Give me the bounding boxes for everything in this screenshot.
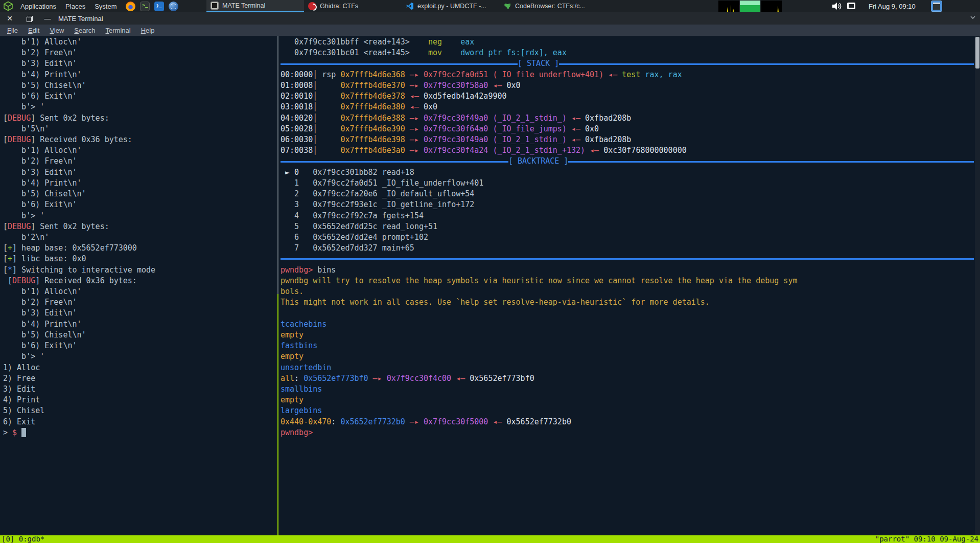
terminal-line: b'> ' [3,102,276,112]
terminal-line: all: 0x5652ef773bf0 —▸ 0x7f9cc30f4c00 ◂—… [281,373,974,384]
terminal-line: b'4) Print\n' [3,319,276,330]
restore-icon[interactable] [24,12,35,25]
terminal-line: 0x440-0x470: 0x5652ef7732b0 —▸ 0x7f9cc30… [281,417,974,427]
terminal-line: pwndbg> [281,427,974,438]
terminal-line: This might not work in all cases. Use `h… [281,297,974,308]
terminal-line: b'1) Alloc\n' [3,286,276,297]
terminal-line: [*] Switching to interactive mode [3,265,276,276]
terminal-line: 05:0028│ 0x7fffb4d6e390 —▸ 0x7f9cc30f64a… [281,124,974,134]
taskbar-item-ghidra[interactable]: Ghidra: CTFs [304,0,402,12]
menu-help[interactable]: Help [136,27,160,34]
terminal-line: b'> ' [3,351,276,362]
tmux-left-pane-exploit-output[interactable]: b'1) Alloc\n' b'2) Free\n' b'3) Edit\n' … [0,36,276,535]
close-icon[interactable]: ✕ [4,12,15,25]
terminal-line: unsortedbin [281,363,974,373]
menu-search[interactable]: Search [69,27,100,34]
panel-menu-system[interactable]: System [95,3,116,10]
terminal-line: [DEBUG] Sent 0x2 bytes: [3,113,276,124]
pane-border-top [277,36,278,294]
terminal-line: 6 0x5652ed7dd2e4 prompt+102 [281,232,974,243]
panel-clock[interactable]: Fri Aug 9, 09:10 [869,0,916,12]
taskbar-item-vscode[interactable]: exploit.py - UMDCTF -... [402,0,499,12]
tmux-right-pane-pwndbg[interactable]: 0x7f9cc301bbff <read+143> neg eax 0x7f9c… [281,36,980,535]
section-header: [ STACK ] [518,58,559,69]
terminal-line: b'2\n' [3,232,276,243]
terminal-line: 2) Free [3,373,276,384]
taskbar-item-mate-terminal[interactable]: MATE Terminal [206,0,304,12]
volume-icon[interactable] [832,2,842,11]
terminal-line [281,254,974,264]
terminal-line: empty [281,395,974,405]
terminal-line: 3) Edit [3,384,276,395]
terminal-line: 02:0010│ 0x7fffb4d6e378 ◂— 0xd5fedb41a42… [281,91,974,102]
terminal-line: b'2) Free\n' [3,48,276,58]
menu-terminal[interactable]: Terminal [101,27,136,34]
firefox-icon[interactable] [126,2,135,11]
powershell-icon[interactable] [154,2,164,11]
launcher-icons [126,2,178,11]
minimize-icon[interactable]: — [42,12,53,25]
terminal-line: b'6) Exit\n' [3,91,276,102]
taskbar-item-codebrowser[interactable]: CodeBrowser: CTFs:/c... [499,0,597,12]
tmux-statusbar: [0] 0:gdb* "parrot" 09:10 09-Aug-24 [0,535,980,543]
terminal-window-icon [211,2,219,10]
terminal-line: 0x7f9cc301bbff <read+143> neg eax [281,37,974,48]
terminal-line: [+] libc base: 0x0 [3,254,276,264]
terminal-line: b'3) Edit\n' [3,308,276,319]
terminal-line: > $ [3,427,276,438]
net-graph-icon[interactable] [761,1,782,12]
terminal-line: [DEBUG] Sent 0x2 bytes: [3,221,276,232]
terminal-line: 07:0038│ 0x7fffb4d6e3a0 —▸ 0x7f9cc30f4a2… [281,145,974,156]
cpu-graph-icon[interactable] [718,1,739,12]
terminal-line: empty [281,330,974,341]
terminal-line: 4 0x7f9cc2f92c7a fgets+154 [281,211,974,221]
terminal-line: tcachebins [281,319,974,330]
terminal-launcher-icon[interactable] [140,2,150,11]
terminal-line: b'1) Alloc\n' [3,145,276,156]
terminal-line: b'> ' [3,211,276,221]
terminal-line: 5) Chisel [3,405,276,416]
terminal-line: b'2) Free\n' [3,156,276,167]
terminal-line: b'1) Alloc\n' [3,37,276,48]
terminal-line: 1 0x7f9cc2fa0d51 _IO_file_underflow+401 [281,178,974,189]
tmux-pane-divider[interactable] [276,36,281,535]
terminal-line: b'5) Chisel\n' [3,189,276,199]
terminal-line: empty [281,351,974,362]
tray-terminal-icon[interactable] [931,1,942,12]
terminal-line: [DEBUG] Received 0x36 bytes: [3,134,276,145]
terminal-line: b'2) Free\n' [3,297,276,308]
terminal-line: [DEBUG] Received 0x36 bytes: [3,276,276,286]
menu-view[interactable]: View [44,27,69,34]
menu-file[interactable]: File [2,27,23,34]
terminal-menubar: File Edit View Search Terminal Help [0,25,980,36]
terminal-line: [ STACK ] [281,58,974,69]
chevron-down-icon[interactable] [970,13,976,21]
mate-menu-icon[interactable] [3,1,13,11]
menu-edit[interactable]: Edit [23,27,44,34]
terminal-line: 7 0x5652ed7dd327 main+65 [281,243,974,254]
panel-menu-places[interactable]: Places [65,3,85,10]
terminal-line: b'4) Print\n' [3,70,276,80]
terminal-line: 5 0x5652ed7dd25c read_long+51 [281,221,974,232]
globe-icon[interactable] [169,2,178,11]
terminal-line: b'3) Edit\n' [3,167,276,178]
terminal-line: [ BACKTRACE ] [281,156,974,167]
window-titlebar: ✕ — MATE Terminal [0,12,980,25]
terminal-line: b'5) Chisel\n' [3,80,276,91]
terminal-line: 4) Print [3,395,276,405]
memory-graph-icon[interactable] [740,1,760,12]
tmux-session-windows[interactable]: [0] 0:gdb* [2,535,44,543]
terminal-line: b'3) Edit\n' [3,58,276,69]
panel-menu-applications[interactable]: Applications [20,3,56,10]
display-icon[interactable] [847,2,857,10]
scrollbar-thumb[interactable] [975,37,979,69]
terminal-scrollbar[interactable] [975,36,980,535]
terminal-line: b'6) Exit\n' [3,199,276,210]
desktop-panel: Applications Places System MATE Terminal… [0,0,980,12]
section-header: [ BACKTRACE ] [508,156,568,167]
terminal-line: bols. [281,286,974,297]
terminal-line: 6) Exit [3,417,276,427]
terminal-body: b'1) Alloc\n' b'2) Free\n' b'3) Edit\n' … [0,36,980,535]
terminal-line: fastbins [281,341,974,351]
terminal-line [281,308,974,319]
